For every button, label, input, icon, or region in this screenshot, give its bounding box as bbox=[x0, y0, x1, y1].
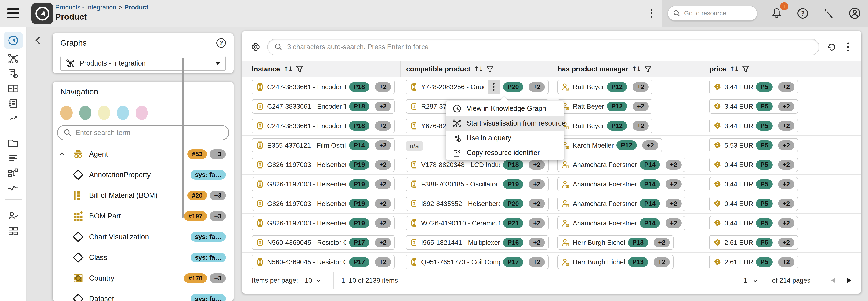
graphs-help-icon[interactable]: ? bbox=[216, 38, 226, 48]
menu-item-copy-resource-identifier[interactable]: Copy resource identifier bbox=[446, 145, 564, 160]
filter-icon[interactable] bbox=[644, 65, 652, 73]
instance-chip[interactable]: G826-1197003 - Heisenberg … P19+2 bbox=[252, 197, 395, 211]
product-manager-chip[interactable]: Ratt Beyer P12+2 bbox=[558, 99, 652, 113]
help-button[interactable]: ? bbox=[796, 7, 809, 20]
instance-chip[interactable]: G826-1197003 - Heisenberg … P19+2 bbox=[252, 158, 395, 172]
instance-chip[interactable]: C247-3833661 - Encoder Tra… P18+2 bbox=[252, 80, 395, 94]
product-manager-chip[interactable]: Anamchara Foerstner P14+2 bbox=[558, 158, 685, 172]
product-manager-chip[interactable]: Ratt Beyer P12+2 bbox=[558, 80, 652, 94]
navigation-search[interactable] bbox=[57, 125, 229, 140]
instance-chip[interactable]: C247-3833661 - Encoder Tra… P18+2 bbox=[252, 119, 395, 133]
product-manager-chip[interactable]: Herr Burgh Eichel P13+2 bbox=[558, 255, 674, 269]
nav-item-annotationproperty[interactable]: AnnotationProperty sys: fa… bbox=[53, 165, 234, 185]
sort-icon[interactable]: ↑↓ bbox=[631, 65, 640, 73]
product-manager-chip[interactable]: Ratt Beyer P12+2 bbox=[558, 119, 652, 133]
table-search-input[interactable] bbox=[287, 43, 812, 51]
price-chip[interactable]: 0,44 EUR P5+2 bbox=[709, 197, 798, 211]
breadcrumb-link-current[interactable]: Product bbox=[124, 4, 148, 11]
nav-item-chart-visualization[interactable]: Chart Visualization sys: fa… bbox=[53, 226, 234, 247]
nav-item-class[interactable]: Class sys: fa… bbox=[53, 247, 234, 268]
sort-icon[interactable]: ↑↓ bbox=[474, 65, 483, 73]
go-to-resource-search[interactable] bbox=[668, 6, 757, 21]
nav-item-bom-part[interactable]: BOM Part #197 +3 bbox=[53, 206, 234, 226]
sort-icon[interactable]: ↑↓ bbox=[283, 65, 292, 73]
instance-chip[interactable]: N560-4369045 - Resistor Co… P17+2 bbox=[252, 235, 395, 250]
menu-item-start-visualisation[interactable]: Start visualisation from resource bbox=[446, 116, 564, 131]
go-to-resource-input[interactable] bbox=[684, 10, 745, 17]
app-logo[interactable] bbox=[31, 3, 53, 25]
compatible-product-chip[interactable]: I965-1821441 - Multiplexer R… P16+2 bbox=[406, 235, 549, 250]
table-search[interactable] bbox=[267, 39, 819, 55]
filter-icon[interactable] bbox=[486, 65, 494, 73]
price-chip[interactable]: 0,44 EUR P5+2 bbox=[709, 216, 798, 230]
price-chip[interactable]: 2,61 EUR P5+2 bbox=[709, 235, 798, 250]
price-chip[interactable]: 3,44 EUR P5+2 bbox=[709, 119, 798, 133]
price-chip[interactable]: 2,61 EUR P5+2 bbox=[709, 255, 798, 269]
topbar-kebab-menu[interactable] bbox=[648, 8, 655, 19]
price-chip[interactable]: 3,44 EUR P5+2 bbox=[709, 80, 798, 94]
row-kebab-button[interactable] bbox=[488, 80, 500, 94]
column-header-price[interactable]: price ↑↓ bbox=[704, 61, 861, 77]
notifications-button[interactable]: 1 bbox=[770, 7, 783, 20]
navigation-scrollbar[interactable] bbox=[182, 58, 184, 218]
table-kebab-menu[interactable] bbox=[841, 40, 855, 54]
nav-item-dataset[interactable]: Dataset sys: fa… bbox=[53, 289, 234, 301]
price-chip[interactable]: 3,44 EUR P5+2 bbox=[709, 99, 798, 113]
table-settings-button[interactable] bbox=[250, 41, 262, 53]
rail-pipelines-button[interactable] bbox=[4, 165, 23, 181]
rail-apps-button[interactable] bbox=[4, 223, 23, 239]
instance-chip[interactable]: N560-4369045 - Resistor Co… P17+2 bbox=[252, 255, 395, 269]
rail-knowledge-graph-button[interactable] bbox=[4, 32, 23, 49]
nav-item-agent[interactable]: Agent #53 +3 bbox=[53, 144, 234, 165]
previous-page-button[interactable] bbox=[825, 272, 841, 289]
filter-icon[interactable] bbox=[742, 65, 750, 73]
refresh-button[interactable] bbox=[825, 40, 838, 54]
rail-users-button[interactable] bbox=[4, 208, 23, 225]
compatible-product-chip[interactable]: Y728-2083256 - Gauge … P20+2 bbox=[406, 80, 549, 94]
product-manager-chip[interactable]: Anamchara Foerstner P14+2 bbox=[558, 197, 685, 211]
rail-queries-button[interactable] bbox=[4, 65, 23, 82]
hamburger-menu-icon[interactable] bbox=[7, 8, 19, 19]
rail-vocabulary-button[interactable] bbox=[4, 80, 23, 97]
rail-charts-button[interactable] bbox=[4, 110, 23, 127]
instance-chip[interactable]: G826-1197003 - Heisenberg … P19+2 bbox=[252, 177, 395, 191]
nav-item-bill-of-material[interactable]: Bill of Material (BOM) #20 +3 bbox=[53, 185, 234, 206]
page-number-select[interactable]: 1 bbox=[733, 272, 769, 289]
nav-item-label: AnnotationProperty bbox=[89, 171, 151, 179]
price-chip[interactable]: 0,44 EUR P5+2 bbox=[709, 177, 798, 191]
compatible-product-chip[interactable]: I892-8435352 - Heisenberg L… P20+2 bbox=[406, 197, 549, 211]
assistant-button[interactable] bbox=[822, 7, 835, 20]
collapse-panel-button[interactable] bbox=[33, 35, 43, 45]
product-manager-chip[interactable]: Anamchara Foerstner P14+2 bbox=[558, 216, 685, 230]
compatible-product-chip[interactable]: F388-7030185 - Oscillator Tr… P19+2 bbox=[406, 177, 549, 191]
graph-selector-dropdown[interactable]: Products - Integration bbox=[60, 56, 226, 71]
chevron-up-icon[interactable] bbox=[57, 150, 67, 158]
nav-item-country[interactable]: Country #178 +3 bbox=[53, 268, 234, 289]
items-per-page-select[interactable]: 10 bbox=[305, 276, 321, 284]
column-header-compatible-product[interactable]: compatible product ↑↓ bbox=[400, 61, 557, 77]
price-chip[interactable]: 0,44 EUR P5+2 bbox=[709, 158, 798, 172]
instance-chip[interactable]: G826-1197003 - Heisenberg … P19+2 bbox=[252, 216, 395, 230]
rail-text-button[interactable] bbox=[4, 150, 23, 166]
rail-visualisation-button[interactable] bbox=[4, 51, 23, 67]
rail-files-button[interactable] bbox=[4, 135, 23, 152]
column-header-instance[interactable]: Instance ↑↓ bbox=[252, 61, 406, 77]
price-chip[interactable]: 5,53 EUR P5+2 bbox=[709, 138, 798, 153]
instance-chip[interactable]: E355-4376121 - Film Oscillat… P14+2 bbox=[252, 138, 395, 153]
sort-icon[interactable]: ↑↓ bbox=[730, 65, 738, 73]
product-manager-chip[interactable]: Anamchara Foerstner P14+2 bbox=[558, 177, 685, 191]
breadcrumb-link-parent[interactable]: Products - Integration bbox=[55, 4, 116, 11]
rail-catalog-button[interactable] bbox=[4, 95, 23, 112]
user-menu-button[interactable] bbox=[848, 7, 861, 20]
product-manager-chip[interactable]: Karch Moeller P12+2 bbox=[558, 138, 662, 153]
instance-chip[interactable]: C247-3833661 - Encoder Tra… P18+2 bbox=[252, 99, 395, 113]
navigation-search-input[interactable] bbox=[75, 129, 223, 137]
filter-icon[interactable] bbox=[296, 65, 304, 73]
compatible-product-chip[interactable]: W726-4190110 - Ceramic M… P21+2 bbox=[406, 216, 549, 230]
compatible-product-chip[interactable]: Q951-7651773 - Coil Compe… P17+2 bbox=[406, 255, 549, 269]
product-manager-chip[interactable]: Herr Burgh Eichel P13+2 bbox=[558, 235, 674, 250]
column-header-has-product-manager[interactable]: has product manager ↑↓ bbox=[552, 61, 709, 77]
menu-item-use-in-query[interactable]: Use in a query bbox=[446, 131, 564, 145]
rail-monitoring-button[interactable] bbox=[4, 180, 23, 196]
next-page-button[interactable] bbox=[841, 272, 857, 289]
